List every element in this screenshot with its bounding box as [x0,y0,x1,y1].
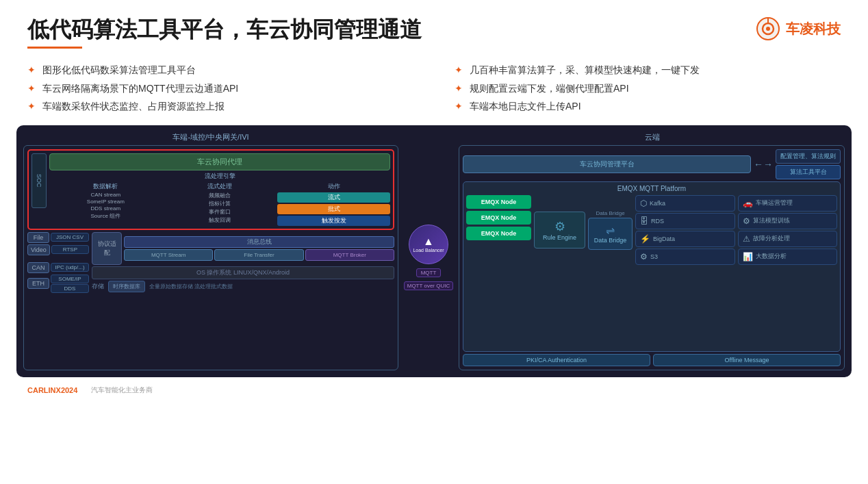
page-title: 低代码算法工具平台，车云协同管理通道 [27,16,422,42]
big-data-analysis-service: 📊 大数据分析 [738,249,838,265]
emqx-node-3: EMQX Node [466,227,531,240]
rtsp: RTSP [51,245,89,254]
diagram-main: SOC 车云协同代理 流处理引擎 数据解析 CAN stream SomeIP … [23,145,845,370]
os-bar: OS 操作系统 LINUX/QNX/Android [92,266,394,279]
data-bridge-label: Data Bridge [596,210,624,216]
bullet-arrow-5: ✦ [455,81,463,96]
protocol-box: 协议适配 [92,232,122,265]
fault-analysis-service: ⚠ 故障分析处理 [738,231,838,247]
data-bridge-box: ⇌ Data Bridge [588,218,633,250]
eth-input: ETH [27,278,49,289]
emqx-title: EMQX MQTT Platform [466,185,837,192]
msg-bus-label: 消息总线 [124,236,394,248]
rds-service: 🗄 RDS [635,213,735,229]
algo-platform: 算法工具平台 [776,165,841,179]
bullet-4: ✦ 几百种丰富算法算子，采、算模型快速构建，一键下发 [455,62,841,77]
algo-training-icon: ⚙ [743,216,750,226]
svg-point-2 [766,27,770,31]
dds-label: DDS [51,284,89,293]
time-series-db: 时序数据库 [108,281,145,292]
kafka-icon: ⬡ [640,199,647,208]
proxy-bar: 车云协同代理 [49,153,390,170]
big-data-icon: 📊 [743,252,753,262]
ipc-label: IPC (udp/...) [51,263,89,272]
event-window: 事件窗口 [164,208,277,216]
bullet-2: ✦ 车云网络隔离场景下的MQTT代理云边通道API [27,81,413,96]
bullet-6: ✦ 车端本地日志文件上传API [455,99,841,114]
bullet-3: ✦ 车端数采软件状态监控、占用资源监控上报 [27,99,413,114]
emqx-node-1: EMQX Node [466,195,531,209]
someip-label: SOME/IP [51,275,89,283]
header: 低代码算法工具平台，车云协同管理通道 车凌科技 [0,0,868,55]
rule-engine: ⚙ Rule Engine [534,212,585,249]
fault-analysis-icon: ⚠ [743,234,750,244]
cloud-section-label: 云端 [460,132,845,142]
video-input: Video [27,244,50,255]
logo-icon [756,16,780,41]
dds-stream: DDS stream [49,205,162,212]
stream-proc-header: 流式处理 [164,182,277,191]
emqx-platform: EMQX MQTT Platform EMQX Node EMQX Node E… [463,181,841,352]
connector-area: ▲ Load Balancer MQTT MQTT over QUIC [398,145,459,370]
diagram-container: 车端-域控/中央网关/IVI 云端 SOC 车云协同代理 流处理引擎 [16,125,852,377]
bullet-1: ✦ 图形化低代码数采算法管理工具平台 [27,62,413,77]
title-underline [27,47,82,49]
emqx-node-2: EMQX Node [466,211,531,225]
can-stream: CAN stream [49,192,162,198]
footer-brand: CARLINX2024 [27,386,77,394]
kafka-service: ⬡ Kafka [635,195,735,212]
batch-badge: 批式 [277,204,390,214]
config-label: 配置管理、算法规则 [776,149,841,164]
index-calc: 指标计算 [164,200,277,207]
arrow-right: ←→ [754,159,773,170]
s3-icon: ⚙ [640,252,648,262]
bullets-section: ✦ 图形化低代码数采算法管理工具平台 ✦ 几百种丰富算法算子，采、算模型快速构建… [0,55,868,120]
diagram-labels: 车端-域控/中央网关/IVI 云端 [23,132,845,142]
json-csv: JSON CSV [51,233,89,242]
rds-icon: 🗄 [640,216,648,226]
footer-desc: 汽车智能化主业务商 [91,385,153,395]
logo-text: 车凌科技 [786,20,841,38]
bullet-arrow-2: ✦ [27,81,36,96]
load-balancer: ▲ Load Balancer [409,225,448,264]
bullet-arrow-4: ✦ [455,62,463,77]
rule-engine-icon: ⚙ [539,219,580,234]
bullet-5: ✦ 规则配置云端下发，端侧代理配置API [455,81,841,96]
vehicle-mgmt-service: 🚗 车辆运营管理 [738,195,838,212]
freq-fusion: 频频融合 [164,192,277,199]
data-bridge-icon: ⇌ [591,224,629,237]
source-comp: Source 组件 [49,212,162,220]
mqtt-label: MQTT [416,268,442,277]
file-input: File [27,232,49,243]
mqtt-stream: MQTT Stream [124,249,213,261]
offline-msg: Offline Message [653,354,841,366]
pki-auth: PKI/CA Authentication [463,354,650,366]
bullet-arrow-1: ✦ [27,62,36,77]
bigdata-service: ⚡ BigData [635,231,735,247]
can-input: CAN [27,262,49,273]
footer: CARLINX2024 汽车智能化主业务商 [0,383,868,398]
bigdata-icon: ⚡ [640,234,650,244]
logo: 车凌科技 [756,16,841,41]
red-border-box: SOC 车云协同代理 流处理引擎 数据解析 CAN stream SomeIP … [27,149,394,230]
cloud-panel: 车云协同管理平台 ←→ 配置管理、算法规则 算法工具平台 EMQX MQTT P… [459,145,845,370]
trigger-callback: 触发回调 [164,216,277,224]
flow-badge: 流式 [277,192,390,203]
vehicle-panel: SOC 车云协同代理 流处理引擎 数据解析 CAN stream SomeIP … [23,145,398,370]
s3-service: ⚙ S3 [635,249,735,265]
file-transfer: File Transfer [214,249,303,261]
vehicle-section-label: 车端-域控/中央网关/IVI [23,132,398,142]
mqtt-broker: MQTT Broker [305,249,394,261]
title-block: 低代码算法工具平台，车云协同管理通道 [27,16,422,49]
flow-engine-label: 流处理引擎 [49,172,390,181]
algo-training-service: ⚙ 算法模型训练 [738,213,838,229]
cloud-mgmt: 车云协同管理平台 [463,155,751,173]
load-balancer-icon: ▲ [423,235,434,248]
storage-label: 存储 [92,282,104,291]
someip-stream: SomeIP stream [49,199,162,205]
bullet-arrow-6: ✦ [455,99,463,114]
soc-label: SOC [31,153,47,208]
action-header: 动作 [277,182,390,191]
bullet-arrow-3: ✦ [27,99,36,114]
vehicle-mgmt-icon: 🚗 [743,199,753,208]
